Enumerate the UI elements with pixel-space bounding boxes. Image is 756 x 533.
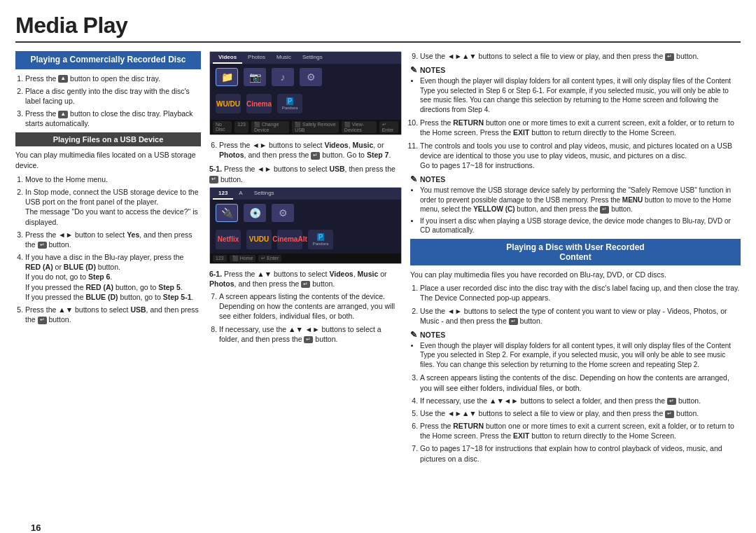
col-mid-steps: Press the ◄► buttons to select Videos, M…	[209, 140, 402, 160]
step-5-1: 5-1. Press the ◄► buttons to select USB,…	[209, 164, 402, 184]
ss2-icon-disc: 💿	[244, 204, 266, 222]
notes-block-3: NOTES Even though the player will displa…	[410, 330, 741, 370]
ss1-change-device: ⬛ Change Device	[251, 121, 289, 133]
ss2-enter: ↵ Enter	[258, 255, 281, 262]
notes-label-3: NOTES	[410, 330, 741, 340]
step-l4: If you have a disc in the Blu-ray player…	[25, 252, 201, 302]
step-2: Place a disc gently into the disc tray w…	[25, 86, 201, 106]
ss1-bottom: No Disc 123 ⬛ Change Device ⬛ Safely Rem…	[210, 120, 401, 134]
ss2-bottom: 123 ⬛ Home ↵ Enter	[210, 254, 401, 263]
ss1-icons: 📁 📷 ♪ ⚙	[210, 64, 401, 90]
step-8: If necessary, use the ▲▼ ◄► buttons to s…	[219, 324, 402, 344]
ss1-nav: Videos Photos Music Settings	[210, 52, 401, 64]
step-9: Use the ◄►▲▼ buttons to select a file to…	[420, 51, 741, 61]
notes2-item-2: If you insert a disc when playing a USB …	[420, 216, 741, 235]
ur-step-1: Place a user recorded disc into the disc…	[420, 283, 741, 303]
section2-header: Playing Files on a USB Device	[15, 132, 201, 146]
step-11: The controls and tools you use to contro…	[420, 141, 741, 171]
ur-step-5: Use the ◄►▲▼ buttons to select a file to…	[420, 408, 741, 418]
ss2-card-netflix: Netflix	[216, 230, 241, 249]
ss1-card-cinema: Cinema	[246, 94, 272, 113]
notes-block-1: NOTES Even though the player will displa…	[410, 65, 741, 114]
section2-steps: Move to the Home menu. In Stop mode, con…	[15, 174, 201, 324]
ss1-nav-photos: Photos	[242, 52, 271, 64]
page-number: 16	[31, 522, 41, 533]
ur-step-7: Go to pages 17~18 for instructions that …	[420, 443, 741, 463]
ss1-icon-folder: 📁	[216, 68, 238, 86]
notes2-item-1: You must remove the USB storage device s…	[420, 186, 741, 214]
step-l3: Press the ◄► button to select Yes, and t…	[25, 230, 201, 249]
step-6-1: 6-1. Press the ▲▼ buttons to select Vide…	[209, 269, 402, 289]
ss1-nav-music: Music	[271, 52, 297, 64]
user-recorded-intro: You can play multimedia files you have r…	[410, 270, 741, 280]
ur-step-2: Use the ◄► buttons to select the type of…	[420, 306, 741, 326]
notes1-item-1: Even though the player will display fold…	[420, 76, 741, 114]
ur-step-6: Press the RETURN button one or more time…	[420, 421, 741, 441]
page-title: Media Play	[15, 13, 741, 43]
notes-label-1: NOTES	[410, 65, 741, 75]
col-right-steps-1011: Press the RETURN button one or more time…	[410, 118, 741, 170]
ss1-123: 123	[234, 121, 248, 133]
ss2-card-cinema: CinemaAlt	[277, 230, 302, 249]
ss2-nav-a: A	[233, 188, 248, 200]
ur-step-4: If necessary, use the ▲▼◄► buttons to se…	[420, 396, 741, 406]
user-recorded-steps2: A screen appears listing the contents of…	[410, 373, 741, 463]
ss2-nav-settings: Settings	[248, 188, 280, 200]
ur-step-3: A screen appears listing the contents of…	[420, 373, 741, 392]
step-l1: Move to the Home menu.	[25, 174, 201, 184]
user-recorded-header: Playing a Disc with User Recorded Conten…	[410, 239, 741, 265]
ss2-cards: Netflix VUDU CinemaAlt PPandora	[210, 226, 401, 253]
ss2-123: 123	[213, 255, 227, 262]
ss1-nav-settings: Settings	[297, 52, 328, 64]
section1-steps: Press the ▲ button to open the disc tray…	[15, 74, 201, 129]
col-right-steps: Use the ◄►▲▼ buttons to select a file to…	[410, 51, 741, 61]
step-l5: Press the ▲▼ buttons to select USB, and …	[25, 305, 201, 324]
screenshot-1: Videos Photos Music Settings 📁 📷 ♪ ⚙ WU/…	[209, 51, 402, 135]
ss2-nav: 123 A Settings	[210, 188, 401, 200]
ss2-icon-gear: ⚙	[272, 204, 294, 222]
ss1-card-wudu: WU/DU	[216, 94, 241, 113]
col-left: Playing a Commercially Recorded Disc Pre…	[15, 51, 201, 468]
ss1-enter: ↵ Enter	[379, 121, 398, 133]
notes-block-2: NOTES You must remove the USB storage de…	[410, 174, 741, 235]
ss2-card-pandora: PPandora	[308, 230, 333, 249]
col-mid-steps-78: A screen appears listing the contents of…	[209, 291, 402, 344]
ss1-safely-remove: ⬛ Safely Remove USB	[292, 121, 339, 133]
ss2-home: ⬛ Home	[230, 255, 256, 262]
step-6: Press the ◄► buttons to select Videos, M…	[219, 140, 402, 160]
ss1-icon-camera: 📷	[244, 68, 266, 86]
notes3-item-1: Even though the player will display fold…	[420, 341, 741, 370]
notes-label-2: NOTES	[410, 174, 741, 184]
ss2-card-vudu: VUDU	[246, 230, 272, 249]
ss2-icons: 🔌 💿 ⚙	[210, 200, 401, 226]
ss2-nav-123: 123	[213, 188, 233, 200]
ss1-cards: WU/DU Cinema PPandora	[210, 90, 401, 117]
step-1: Press the ▲ button to open the disc tray…	[25, 74, 201, 83]
ss1-icon-gear: ⚙	[300, 68, 322, 86]
step-10: Press the RETURN button one or more time…	[420, 118, 741, 137]
ss1-icon-music: ♪	[272, 68, 294, 86]
step-l2: In Stop mode, connect the USB storage de…	[25, 187, 201, 227]
section1-header: Playing a Commercially Recorded Disc	[15, 51, 201, 69]
ss1-nav-videos: Videos	[213, 52, 242, 64]
user-recorded-steps: Place a user recorded disc into the disc…	[410, 283, 741, 326]
ss1-card-pandora: PPandora	[277, 94, 302, 113]
step-7: A screen appears listing the contents of…	[219, 291, 402, 321]
ss1-view-devices: ⬛ View-Devices	[342, 121, 377, 133]
step-3: Press the ▲ button to close the disc tra…	[25, 109, 201, 128]
ss1-no-disc: No Disc	[213, 121, 232, 133]
col-right: Use the ◄►▲▼ buttons to select a file to…	[410, 51, 741, 468]
ss2-icon-usb: 🔌	[216, 204, 238, 222]
col-mid: Videos Photos Music Settings 📁 📷 ♪ ⚙ WU/…	[209, 51, 402, 468]
section2-intro: You can play multimedia files located on…	[15, 150, 201, 170]
screenshot-2: 123 A Settings 🔌 💿 ⚙ Netflix VUDU Cinema…	[209, 187, 402, 264]
